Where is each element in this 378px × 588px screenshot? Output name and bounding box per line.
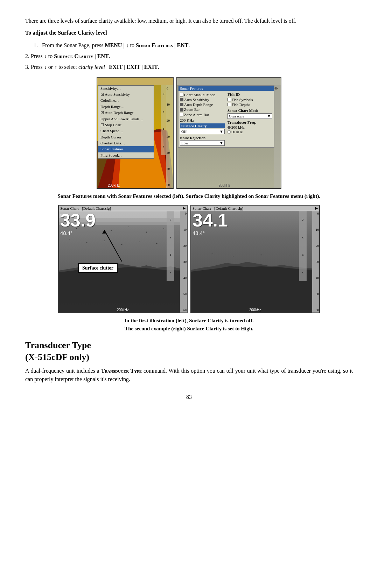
left-chart-scale: 0 10 20 30 40 50 60 — [180, 211, 187, 313]
left-sonar-chart: Sonar Chart - [Default Chart.slg] ▶ — [58, 205, 188, 313]
features-grid: Chart Manual Mode Auto Sensitivity Auto … — [180, 92, 272, 146]
svg-point-32 — [233, 256, 233, 257]
svg-point-20 — [69, 239, 70, 239]
surface-clarity-heading: To adjust the Surface Clarity level — [25, 29, 353, 37]
left-ft: ft. — [60, 213, 64, 218]
svg-point-31 — [212, 253, 213, 254]
transducer-paragraph: A dual-frequency unit includes a Transdu… — [25, 367, 353, 383]
left-zoom-bar: 2 x 4 x — [167, 211, 174, 281]
svg-point-24 — [139, 242, 140, 242]
svg-line-26 — [104, 230, 122, 261]
svg-point-21 — [86, 242, 88, 243]
right-freq: 200kHz — [218, 184, 230, 187]
left-chart-freq: 200kHz — [117, 308, 129, 312]
right-chart-scale: 0 10 20 30 40 50 60 — [312, 211, 319, 313]
right-depth-display: 34.1 — [192, 211, 228, 229]
left-zoom: 2 x 4 x — [161, 85, 166, 155]
right-zoom-bar: 2 x 4 x — [299, 211, 307, 281]
left-sonar-panel: Sensitivity... 0 0 10 20 30 40 50 60 2 x… — [97, 77, 174, 189]
right-chart-freq: 200kHz — [249, 308, 261, 312]
svg-marker-27 — [102, 230, 106, 234]
svg-point-33 — [261, 254, 262, 256]
right-sonar-panel: Sensitivity... ☑ Auto Sensitivity 0 Sona… — [176, 77, 281, 189]
arrow-svg — [94, 223, 129, 265]
svg-point-19 — [163, 228, 164, 229]
svg-marker-11 — [59, 266, 180, 313]
left-menu-overlay: Sensitivity… ☒ Auto Sensitivity Colorlin… — [98, 85, 154, 159]
figure-row-2: Sonar Chart - [Default Chart.slg] ▶ — [25, 205, 353, 313]
svg-point-18 — [146, 232, 147, 233]
page-number: 83 — [25, 394, 353, 400]
features-col-2: Fish ID Fish Symbols Fish Depths Sonar C… — [227, 92, 272, 146]
left-scale-right: 0 10 20 30 40 50 60 — [166, 85, 173, 188]
svg-point-34 — [289, 256, 289, 256]
figure-row-1: Sensitivity... 0 0 10 20 30 40 50 60 2 x… — [25, 77, 353, 189]
left-depth-display: 33.9 — [60, 211, 96, 229]
left-sub-depth: 48.4° — [60, 230, 72, 236]
intro-paragraph: There are three levels of surface clarit… — [25, 17, 353, 25]
step1-menu-key: MENU | ↓ — [105, 42, 130, 48]
features-col-1: Chart Manual Mode Auto Sensitivity Auto … — [180, 92, 225, 146]
page-content: There are three levels of surface clarit… — [25, 17, 353, 400]
features-panel-overlay: Sonar Features Chart Manual Mode Auto Se… — [178, 85, 274, 148]
step1: 1. From the Sonar Page, press MENU | ↓ t… — [25, 41, 353, 50]
right-sonar-chart: Sonar Chart - [Default Chart.slg] ▶ — [190, 205, 320, 313]
figure1-caption: Sonar Features menu with Sonar Features … — [25, 192, 353, 200]
svg-point-25 — [156, 243, 158, 244]
features-title: Sonar Features — [178, 86, 274, 91]
right-scale-right: 40 — [274, 85, 281, 188]
step2: 2. Press ↓ to Surface Clarity | ENT. — [25, 51, 353, 61]
right-sub-depth: 48.4° — [192, 230, 205, 236]
figure2-caption: In the first illustration (left), Surfac… — [25, 317, 353, 332]
transducer-heading: Transducer Type (X-515cDF only) — [25, 339, 353, 363]
left-freq: 200kHz — [108, 184, 120, 187]
step3: 3. Press ↓ or ↑ to select clarity level … — [25, 62, 353, 72]
right-ft: ft. — [192, 213, 196, 218]
svg-marker-30 — [191, 266, 312, 313]
